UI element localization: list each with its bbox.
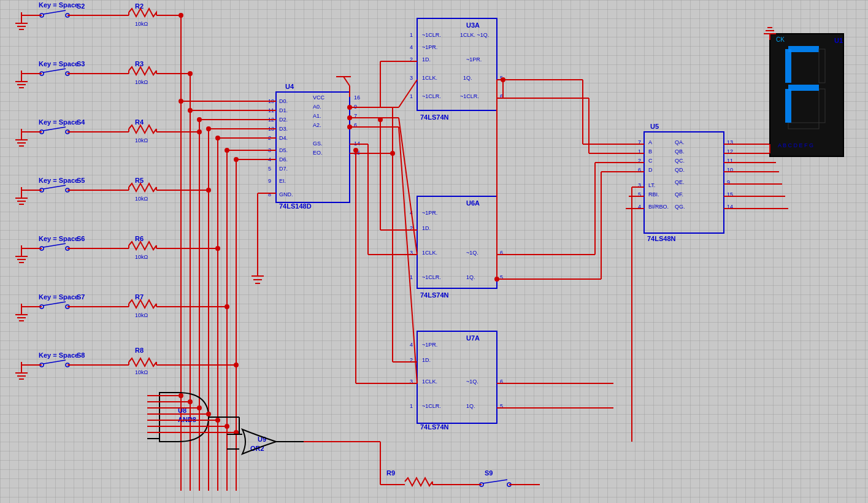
display-ck-label: CK xyxy=(776,36,785,43)
svg-text:1: 1 xyxy=(410,93,413,99)
svg-text:1: 1 xyxy=(410,403,413,409)
svg-text:1D.: 1D. xyxy=(422,357,431,363)
r4-id: R4 xyxy=(135,118,144,126)
u4-d5: D5. xyxy=(279,147,288,153)
svg-line-94 xyxy=(44,360,66,364)
segment-g xyxy=(788,85,819,91)
svg-point-318 xyxy=(197,117,202,122)
svg-text:QA.: QA. xyxy=(675,139,685,145)
svg-text:QD.: QD. xyxy=(675,167,685,173)
s4-key-label: Key = Space xyxy=(39,118,79,126)
u4-d1: D1. xyxy=(279,107,288,113)
svg-point-316 xyxy=(179,99,183,104)
svg-text:C: C xyxy=(648,158,653,164)
svg-text:QC.: QC. xyxy=(675,158,685,164)
u4-d6: D6. xyxy=(279,156,288,163)
svg-text:1CLK. ~1Q.: 1CLK. ~1Q. xyxy=(460,32,489,38)
svg-point-222 xyxy=(225,424,229,429)
svg-text:A: A xyxy=(648,139,652,145)
svg-point-297 xyxy=(494,277,499,282)
u4-gnd: GND. xyxy=(279,191,293,198)
svg-text:1Q.: 1Q. xyxy=(466,403,475,409)
svg-point-317 xyxy=(188,108,193,113)
u4-d2: D2. xyxy=(279,117,288,123)
svg-text:~1Q.: ~1Q. xyxy=(466,378,478,385)
u4-d3: D3. xyxy=(279,126,288,132)
svg-text:B: B xyxy=(648,148,652,155)
s8-id: S8 xyxy=(77,351,85,359)
svg-line-292 xyxy=(399,118,417,255)
svg-line-64 xyxy=(44,244,66,247)
u4-eo: EO. xyxy=(313,150,323,156)
svg-line-49 xyxy=(44,185,66,189)
s7-key-label: Key = Space xyxy=(39,293,79,301)
svg-line-79 xyxy=(44,302,66,305)
u6a-label: U6A xyxy=(466,199,480,207)
svg-text:~1PR.: ~1PR. xyxy=(466,56,482,63)
r5-val: 10kΩ xyxy=(135,196,148,202)
u4-type: 74LS148D xyxy=(279,202,312,210)
svg-text:~1CLR.: ~1CLR. xyxy=(422,403,441,409)
segment-f xyxy=(785,49,791,83)
svg-text:1Q.: 1Q. xyxy=(463,75,472,81)
svg-line-5 xyxy=(44,10,66,14)
r7-id: R7 xyxy=(135,293,144,301)
svg-text:~1CLR.: ~1CLR. xyxy=(460,93,479,99)
svg-text:5: 5 xyxy=(268,166,271,172)
svg-text:LT.: LT. xyxy=(648,182,655,188)
r8-id: R8 xyxy=(135,347,144,354)
s5-key-label: Key = Space xyxy=(39,177,79,184)
svg-point-321 xyxy=(225,148,229,153)
s7-id: S7 xyxy=(77,293,85,301)
svg-point-218 xyxy=(206,412,211,417)
u4-d7: D7. xyxy=(279,166,288,172)
r6-id: R6 xyxy=(135,235,144,242)
r2-id: R2 xyxy=(135,2,144,10)
u4-a1: A1. xyxy=(313,113,321,119)
u4-a0: A0. xyxy=(313,104,321,110)
r2-val: 10kΩ xyxy=(135,21,148,27)
svg-text:9: 9 xyxy=(268,178,271,184)
svg-point-299 xyxy=(501,77,505,82)
r7-val: 10kΩ xyxy=(135,312,148,318)
svg-text:1: 1 xyxy=(410,32,413,38)
svg-line-235 xyxy=(483,480,507,483)
svg-text:~1CLR.: ~1CLR. xyxy=(422,274,441,280)
svg-text:BI/RBO.: BI/RBO. xyxy=(648,204,669,210)
svg-line-291 xyxy=(399,80,417,107)
svg-text:4: 4 xyxy=(410,44,413,50)
u4-d0: D0. xyxy=(279,98,288,104)
svg-text:4: 4 xyxy=(410,342,413,348)
s9-id: S9 xyxy=(485,469,493,477)
svg-text:~1PR.: ~1PR. xyxy=(422,342,437,348)
svg-text:16: 16 xyxy=(354,94,360,101)
segment-e xyxy=(785,89,791,123)
svg-text:QB.: QB. xyxy=(675,148,685,155)
r3-id: R3 xyxy=(135,60,144,67)
u7a-type: 74LS74N xyxy=(420,423,449,431)
r4-val: 10kΩ xyxy=(135,137,148,144)
svg-point-216 xyxy=(197,405,202,410)
svg-text:1CLK.: 1CLK. xyxy=(422,250,437,256)
r3-val: 10kΩ xyxy=(135,79,148,85)
svg-text:~1CLR.: ~1CLR. xyxy=(422,32,441,38)
svg-line-19 xyxy=(44,69,66,72)
svg-text:1D.: 1D. xyxy=(422,225,431,231)
r6-val: 10kΩ xyxy=(135,254,148,260)
s6-id: S6 xyxy=(77,235,85,242)
svg-point-315 xyxy=(347,125,352,129)
s6-key-label: Key = Space xyxy=(39,235,79,242)
svg-point-212 xyxy=(179,393,183,398)
svg-text:QF.: QF. xyxy=(675,191,683,198)
svg-text:QE.: QE. xyxy=(675,179,685,185)
u3a-type: 74LS74N xyxy=(420,113,449,121)
u5-label: U5 xyxy=(650,123,659,130)
svg-text:~1PR.: ~1PR. xyxy=(422,44,437,50)
svg-text:~1CLR.: ~1CLR. xyxy=(422,93,441,99)
u4-vcc: VCC xyxy=(313,94,325,101)
u4-a2: A2. xyxy=(313,122,321,128)
svg-line-138 xyxy=(344,77,350,86)
s2-id: S2 xyxy=(77,2,85,10)
svg-point-319 xyxy=(206,126,211,131)
r8-val: 10kΩ xyxy=(135,369,148,375)
